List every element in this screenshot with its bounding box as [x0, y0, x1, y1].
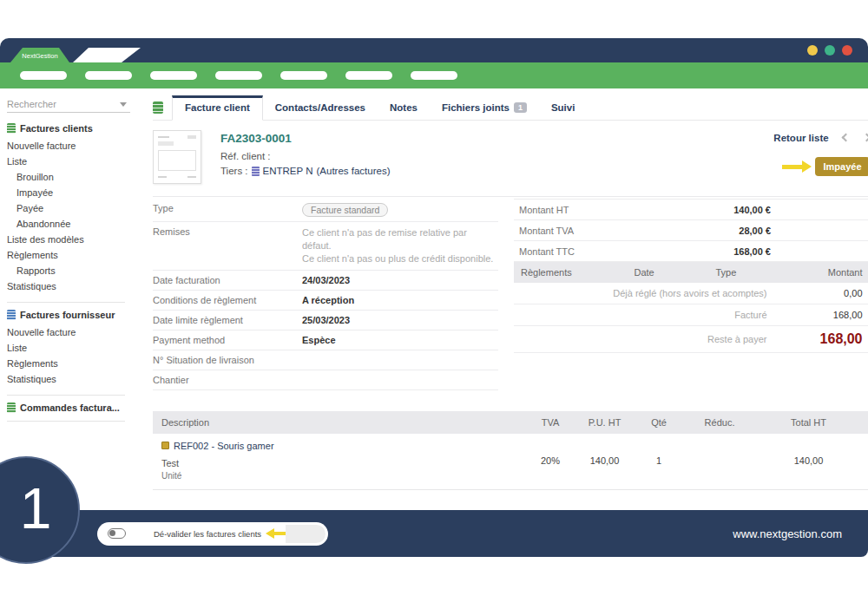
field-label: Date limite règlement [153, 315, 302, 325]
payment-label: Déjà réglé (hors avoirs et acomptes) [613, 288, 766, 298]
sidebar-section-factures-clients[interactable]: Factures clients [7, 123, 130, 134]
window-dot-green-icon [825, 45, 835, 56]
sidebar-item-liste[interactable]: Liste [0, 154, 137, 169]
field-value: Espèce [302, 335, 336, 345]
menu-item-redacted[interactable] [20, 71, 67, 80]
field-label: Chantier [153, 375, 302, 385]
remaining-amount: 168,00 [767, 331, 863, 347]
payments-header-date: Date [603, 267, 685, 278]
menu-item-redacted[interactable] [345, 71, 392, 80]
total-row-ht: Montant HT 140,00 € [514, 200, 868, 220]
sidebar-item-liste-des-modeles[interactable]: Liste des modèles [0, 232, 137, 247]
chevron-down-icon[interactable] [120, 102, 127, 107]
invoice-icon [7, 123, 16, 134]
total-value: 28,00 € [641, 226, 771, 236]
tab-suivi[interactable]: Suivi [539, 96, 587, 120]
tab-notes[interactable]: Notes [378, 96, 430, 120]
sidebar-section-commandes[interactable]: Commandes factura... [7, 402, 130, 413]
total-row-tva: Montant TVA 28,00 € [514, 220, 868, 241]
toggle-off-icon[interactable] [108, 528, 126, 539]
app-window: NextGestion [0, 38, 868, 557]
lines-table: Description TVA P.U. HT Qté Réduc. Total… [153, 411, 868, 490]
totals-panel: Montant HT 140,00 € Montant TVA 28,00 € … [514, 199, 868, 390]
tab-fichiers-joints[interactable]: Fichiers joints1 [430, 96, 539, 120]
col-total-ht: Total HT [757, 417, 861, 428]
search-input[interactable] [7, 99, 120, 109]
website-url: www.nextgestion.com [733, 527, 842, 540]
field-row-remises: Remises Ce client n'a pas de remise rela… [153, 222, 498, 271]
payment-label: Reste à payer [707, 334, 766, 344]
sidebar-item-rapports[interactable]: Rapports [0, 263, 137, 278]
col-pu-ht: P.U. HT [575, 417, 635, 428]
field-row-type: Type Facture standard [153, 199, 498, 222]
field-label: Conditions de règlement [153, 295, 302, 305]
payment-row-facture: Facturé 168,00 [514, 304, 868, 326]
sidebar-section-factures-fournisseur[interactable]: Factures fournisseur [7, 310, 130, 320]
sidebar-section-title: Factures fournisseur [20, 310, 115, 320]
field-row-date-facturation: Date facturation 24/03/2023 [153, 271, 498, 291]
brand-tab[interactable]: NextGestion [10, 48, 69, 62]
invoice-preview-thumbnail[interactable] [153, 130, 201, 184]
field-label: Payment method [153, 335, 302, 345]
col-description: Description [161, 417, 527, 428]
field-value: A réception [302, 295, 354, 305]
col-reduc: Réduc. [683, 417, 757, 428]
sidebar-item-fournisseur-nouvelle-facture[interactable]: Nouvelle facture [0, 324, 137, 340]
menu-item-redacted[interactable] [411, 71, 457, 80]
divider [7, 395, 125, 396]
lines-table-header: Description TVA P.U. HT Qté Réduc. Total… [153, 411, 868, 434]
tab-contacts-adresses[interactable]: Contacts/Adresses [263, 96, 378, 120]
sidebar-item-brouillon[interactable]: Brouillon [0, 169, 137, 185]
col-qte: Qté [635, 417, 683, 428]
chevron-right-icon[interactable] [862, 134, 868, 142]
redacted-menu-tab[interactable] [73, 48, 141, 62]
menu-item-redacted[interactable] [280, 71, 327, 80]
product-ref-text: REF002 - Souris gamer [174, 441, 274, 451]
page: NextGestion [0, 0, 868, 589]
sidebar-item-fournisseur-statistiques[interactable]: Statistiques [0, 371, 137, 387]
company-icon [252, 167, 260, 176]
payment-row-deja-regle: Déjà réglé (hors avoirs et acomptes) 0,0… [514, 283, 868, 304]
field-row-chantier: Chantier [153, 370, 498, 390]
devalidate-toggle-pill[interactable]: Dé-valider les factures clients [97, 522, 328, 546]
window-dot-red-icon [842, 45, 852, 56]
supplier-invoice-icon [7, 310, 16, 320]
product-ref-link[interactable]: REF002 - Souris gamer [161, 441, 527, 451]
sidebar-item-fournisseur-reglements[interactable]: Règlements [0, 356, 137, 371]
payments-header-type: Type [685, 267, 766, 278]
remise-line-1: Ce client n'a pas de remise relative par… [302, 227, 467, 251]
product-description: Test [161, 458, 527, 468]
tab-facture-client[interactable]: Facture client [172, 95, 263, 121]
ref-client-label: Réf. client : [220, 151, 390, 161]
sidebar-item-payee[interactable]: Payée [0, 200, 137, 216]
menu-item-redacted[interactable] [215, 71, 262, 80]
order-icon [7, 402, 16, 413]
sidebar-item-nouvelle-facture[interactable]: Nouvelle facture [0, 138, 137, 154]
payment-row-reste-a-payer: Reste à payer 168,00 [514, 326, 868, 353]
menu-item-redacted[interactable] [150, 71, 197, 80]
line-pu-ht: 140,00 [575, 455, 635, 466]
menu-item-redacted[interactable] [85, 71, 132, 80]
total-value: 140,00 € [641, 205, 771, 215]
top-bar: NextGestion [0, 38, 868, 62]
chevron-left-icon[interactable] [842, 134, 851, 142]
sidebar-item-fournisseur-liste[interactable]: Liste [0, 340, 137, 356]
sidebar-item-reglements[interactable]: Règlements [0, 247, 137, 263]
total-label: Montant TVA [519, 226, 641, 236]
main-menu-bar [0, 62, 868, 88]
table-row: REF002 - Souris gamer Test Unité 20% 140… [153, 434, 868, 490]
field-row-payment-method: Payment method Espèce [153, 330, 498, 350]
tiers-link[interactable]: ENTREP N [263, 166, 313, 176]
sidebar-section-title: Commandes factura... [20, 402, 120, 413]
status-badge: Impayée [815, 157, 868, 176]
sidebar-item-statistiques[interactable]: Statistiques [0, 278, 137, 294]
field-value-remises: Ce client n'a pas de remise relative par… [302, 226, 498, 265]
return-to-list-link[interactable]: Retour liste [773, 133, 828, 143]
main-content: Facture client Contacts/Adresses Notes F… [137, 88, 868, 510]
step-number: 1 [1, 475, 52, 545]
payment-value: 0,00 [767, 288, 863, 298]
sidebar-item-abandonnee[interactable]: Abandonnée [0, 216, 137, 232]
field-label: Remises [153, 226, 302, 237]
sidebar-item-impayee[interactable]: Impayée [0, 185, 137, 200]
window-dot-yellow-icon [807, 45, 818, 56]
